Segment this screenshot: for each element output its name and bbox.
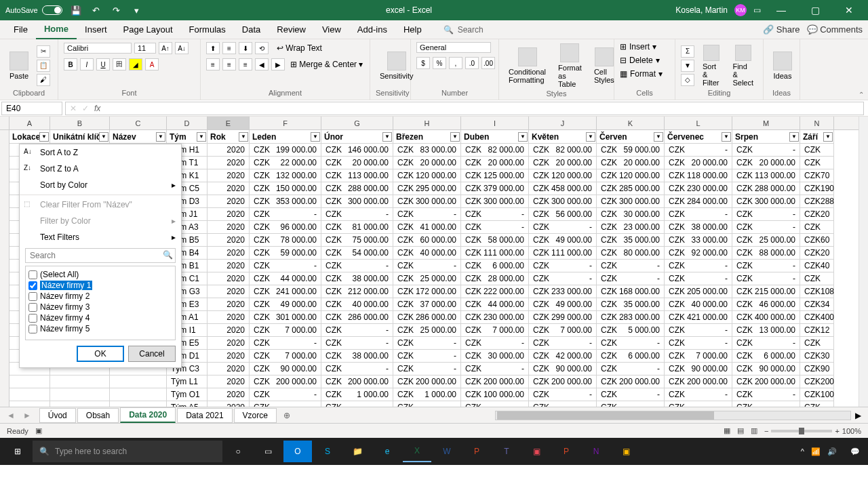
notification-center-icon[interactable]: 💬 xyxy=(850,447,860,456)
table-header-cell[interactable]: Únor▼ xyxy=(321,130,393,144)
column-header[interactable]: M xyxy=(732,117,800,129)
view-normal-icon[interactable]: ▦ xyxy=(724,426,730,435)
increase-indent-icon[interactable]: ▶ xyxy=(271,58,285,70)
table-header-cell[interactable]: Lokace▼ xyxy=(9,130,50,144)
filter-dropdown-icon[interactable]: ▼ xyxy=(156,132,165,142)
skype-icon[interactable]: S xyxy=(313,441,342,462)
column-header[interactable]: H xyxy=(393,117,461,129)
decrease-indent-icon[interactable]: ◀ xyxy=(255,58,269,70)
table-header-cell[interactable]: Rok▼ xyxy=(208,130,250,144)
select-all-checkbox[interactable] xyxy=(28,270,37,279)
percent-format-icon[interactable]: % xyxy=(433,57,446,69)
column-header[interactable]: J xyxy=(529,117,597,129)
fill-color-button[interactable]: ◢ xyxy=(129,58,142,70)
underline-button[interactable]: U xyxy=(96,58,110,70)
sort-descending[interactable]: Z↓Sort Z to A xyxy=(20,161,181,177)
sheet-tab[interactable]: Obsah xyxy=(77,408,119,423)
zoom-in-icon[interactable]: + xyxy=(835,427,839,435)
accounting-format-icon[interactable]: $ xyxy=(416,57,430,69)
table-row[interactable]: Tým A52020CZK-CZK-CZK-CZK-CZK-CZK-CZK-CZ… xyxy=(9,401,868,407)
align-middle-icon[interactable]: ≡ xyxy=(222,42,236,54)
italic-button[interactable]: I xyxy=(80,58,94,70)
text-filters[interactable]: Text Filters▸ xyxy=(20,229,181,245)
filter-search-input[interactable] xyxy=(25,248,176,263)
filter-dropdown-icon[interactable]: ▼ xyxy=(197,132,206,142)
app-icon[interactable]: ▣ xyxy=(612,441,640,462)
enter-formula-icon[interactable]: ✓ xyxy=(82,104,89,113)
cancel-button[interactable]: Cancel xyxy=(128,346,176,362)
column-header[interactable]: A xyxy=(9,117,50,129)
align-left-icon[interactable]: ≡ xyxy=(206,58,220,70)
macro-record-icon[interactable]: ▣ xyxy=(35,426,42,435)
filter-dropdown-icon[interactable]: ▼ xyxy=(39,132,49,142)
select-all-cells[interactable] xyxy=(0,117,9,130)
ok-button[interactable]: OK xyxy=(77,346,124,362)
user-name[interactable]: Kosela, Martin xyxy=(675,5,728,15)
column-header[interactable]: F xyxy=(250,117,321,129)
tab-data[interactable]: Data xyxy=(234,20,269,39)
tray-volume-icon[interactable]: 🔊 xyxy=(827,447,837,456)
outlook-icon[interactable]: O xyxy=(283,441,312,462)
tray-network-icon[interactable]: 📶 xyxy=(811,447,821,456)
align-top-icon[interactable]: ⬆ xyxy=(206,42,220,54)
word-icon[interactable]: W xyxy=(433,441,461,462)
tab-page-layout[interactable]: Page Layout xyxy=(115,20,181,39)
maximize-button[interactable]: ▢ xyxy=(802,5,829,16)
name-box[interactable] xyxy=(1,102,62,115)
table-header-cell[interactable]: Leden▼ xyxy=(250,130,321,144)
vertical-scrollbar[interactable] xyxy=(859,117,868,407)
decrease-font-icon[interactable]: A↓ xyxy=(175,42,189,54)
horizontal-scrollbar[interactable] xyxy=(495,411,851,420)
filter-dropdown-icon[interactable]: ▼ xyxy=(99,132,108,142)
font-color-button[interactable]: A xyxy=(145,58,159,70)
column-header[interactable]: C xyxy=(110,117,167,129)
filter-item-checkbox[interactable] xyxy=(28,303,37,312)
tab-addins[interactable]: Add-ins xyxy=(349,20,395,39)
filter-dropdown-icon[interactable]: ▼ xyxy=(382,132,392,142)
autosave-toggle[interactable]: AutoSave xyxy=(5,5,62,15)
table-header-cell[interactable]: Červen▼ xyxy=(597,130,665,144)
ribbon-display-icon[interactable]: ▭ xyxy=(753,5,761,15)
table-header-cell[interactable]: Srpen▼ xyxy=(732,130,800,144)
tray-chevron-icon[interactable]: ^ xyxy=(801,447,804,455)
conditional-formatting-button[interactable]: Conditional Formatting xyxy=(505,46,550,85)
view-page-break-icon[interactable]: ▥ xyxy=(751,426,757,435)
comments-button[interactable]: 💬 Comments xyxy=(807,24,863,35)
format-painter-icon[interactable]: 🖌 xyxy=(37,74,50,86)
sheet-nav-next[interactable]: ► xyxy=(23,411,31,420)
orientation-icon[interactable]: ⟲ xyxy=(255,42,269,54)
start-button[interactable]: ⊞ xyxy=(4,441,31,462)
filter-dropdown-icon[interactable]: ▼ xyxy=(311,132,320,142)
sheet-tab[interactable]: Vzorce xyxy=(234,408,277,423)
row-headers[interactable] xyxy=(0,130,9,407)
sort-filter-button[interactable]: Sort & Filter xyxy=(698,43,724,88)
user-avatar[interactable]: KM xyxy=(734,4,747,16)
column-header[interactable]: B xyxy=(50,117,110,129)
zoom-out-icon[interactable]: − xyxy=(764,427,768,435)
filter-item-checkbox[interactable] xyxy=(28,281,37,290)
filter-dropdown-icon[interactable]: ▼ xyxy=(654,132,663,142)
scroll-right-icon[interactable]: ▶ xyxy=(855,411,861,420)
paste-button[interactable]: Paste xyxy=(5,50,33,81)
ideas-button[interactable]: Ideas xyxy=(769,50,796,81)
share-button[interactable]: 🔗 Share xyxy=(763,24,800,35)
undo-icon[interactable]: ↶ xyxy=(91,5,102,16)
bold-button[interactable]: B xyxy=(64,58,77,70)
tab-home[interactable]: Home xyxy=(36,20,77,39)
filter-dropdown-icon[interactable]: ▼ xyxy=(722,132,731,142)
file-explorer-icon[interactable]: 📁 xyxy=(343,441,372,462)
sheet-tab[interactable]: Data 2020 xyxy=(120,407,176,423)
filter-dropdown-icon[interactable]: ▼ xyxy=(823,132,833,142)
filter-item-checkbox[interactable] xyxy=(28,314,37,323)
cancel-formula-icon[interactable]: ✕ xyxy=(70,104,77,113)
table-header-cell[interactable]: Název▼ xyxy=(110,130,167,144)
cut-icon[interactable]: ✂ xyxy=(37,45,50,58)
increase-font-icon[interactable]: A↑ xyxy=(159,42,172,54)
tab-help[interactable]: Help xyxy=(395,20,430,39)
table-header-cell[interactable]: Září▼ xyxy=(800,130,834,144)
new-sheet-button[interactable]: ⊕ xyxy=(283,411,290,420)
sheet-nav-prev[interactable]: ◄ xyxy=(7,411,15,420)
filter-item-checkbox[interactable] xyxy=(28,325,37,333)
app-icon[interactable]: ▣ xyxy=(522,441,551,462)
view-page-layout-icon[interactable]: ▤ xyxy=(737,426,744,435)
